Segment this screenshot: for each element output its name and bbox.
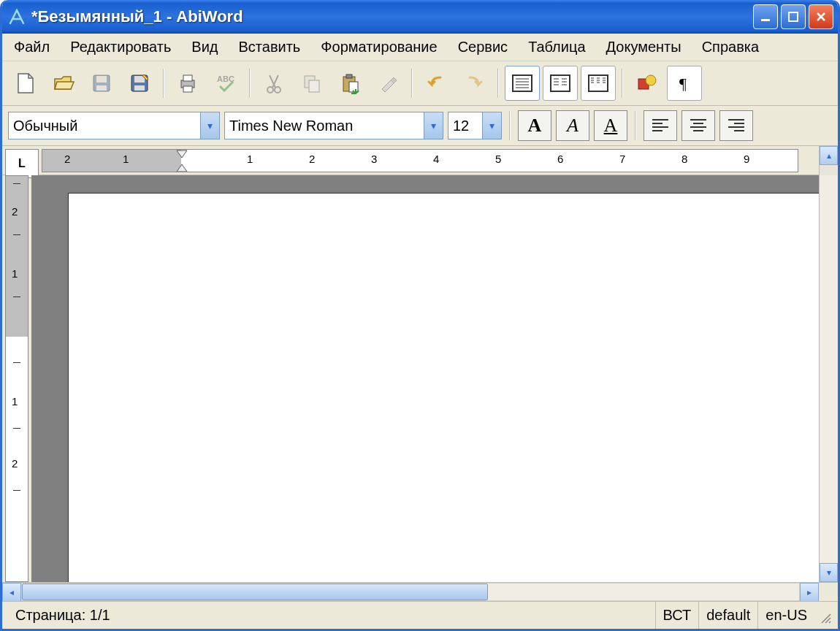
save-as-button[interactable] <box>122 66 157 101</box>
status-page: Страница: 1/1 <box>8 602 655 629</box>
spellcheck-button[interactable]: ABC <box>208 66 243 101</box>
scroll-up-button[interactable]: ▴ <box>820 146 838 165</box>
svg-rect-15 <box>309 80 319 92</box>
ruler-tick: 2 <box>12 205 18 218</box>
redo-button[interactable] <box>457 66 492 101</box>
menu-format[interactable]: Форматирование <box>315 36 443 58</box>
resize-grip[interactable] <box>814 607 832 624</box>
close-button[interactable] <box>809 4 833 29</box>
dropdown-arrow-icon[interactable]: ▾ <box>424 112 443 139</box>
scroll-thumb[interactable] <box>22 584 488 600</box>
svg-point-13 <box>275 87 280 93</box>
ruler-tick: 2 <box>309 153 315 165</box>
style-value: Обычный <box>13 118 77 134</box>
svg-rect-17 <box>346 74 352 78</box>
toolbar-separator <box>497 69 499 98</box>
svg-rect-1 <box>789 12 798 21</box>
standard-toolbar: ABC <box>2 61 838 106</box>
italic-button[interactable]: A <box>556 110 589 141</box>
svg-rect-4 <box>96 85 107 91</box>
dropdown-arrow-icon[interactable]: ▾ <box>482 112 501 139</box>
ruler-tick: 6 <box>557 153 563 165</box>
vertical-ruler[interactable]: 2 1 1 2 <box>5 175 28 582</box>
svg-point-42 <box>646 75 656 85</box>
font-size-combo[interactable]: 12 ▾ <box>448 112 502 139</box>
ruler-tick: 1 <box>123 153 129 165</box>
undo-button[interactable] <box>419 66 454 101</box>
formatting-toolbar: Обычный ▾ Times New Roman ▾ 12 ▾ A A A <box>2 106 838 146</box>
svg-rect-19 <box>513 75 532 91</box>
bold-button[interactable]: A <box>518 110 551 141</box>
scroll-down-button[interactable]: ▾ <box>820 563 838 582</box>
zoom-width-button[interactable] <box>505 66 540 101</box>
menu-tools[interactable]: Сервис <box>452 36 514 58</box>
copy-button[interactable] <box>294 66 329 101</box>
scroll-left-button[interactable]: ◂ <box>2 583 21 601</box>
paste-button[interactable] <box>332 66 367 101</box>
ruler-tick: 4 <box>433 153 439 165</box>
new-button[interactable] <box>8 66 43 101</box>
first-line-indent-marker[interactable] <box>175 149 188 159</box>
left-indent-marker[interactable] <box>175 163 188 172</box>
style-combo[interactable]: Обычный ▾ <box>8 112 220 139</box>
status-language[interactable]: en-US <box>757 602 814 629</box>
titlebar[interactable]: *Безымянный_1 - AbiWord <box>2 0 838 34</box>
align-left-button[interactable] <box>644 110 677 141</box>
ruler-tick: 5 <box>495 153 501 165</box>
ruler-tick: 2 <box>64 153 70 165</box>
horizontal-ruler[interactable]: 2 1 1 2 3 4 5 6 7 8 9 10 <box>42 149 798 172</box>
svg-marker-56 <box>177 150 187 158</box>
toolbar-separator <box>411 69 413 98</box>
toolbar-separator <box>622 69 623 98</box>
dropdown-arrow-icon[interactable]: ▾ <box>200 112 219 139</box>
paragraph-marks-button[interactable]: ¶ <box>667 66 702 101</box>
scroll-right-button[interactable]: ▸ <box>800 583 819 601</box>
print-button[interactable] <box>170 66 205 101</box>
ruler-tick: 1 <box>247 153 253 165</box>
menu-edit[interactable]: Редактировать <box>64 36 177 58</box>
menu-table[interactable]: Таблица <box>522 36 591 58</box>
menu-help[interactable]: Справка <box>696 36 765 58</box>
vertical-scrollbar[interactable]: ▾ <box>819 175 838 582</box>
menu-view[interactable]: Вид <box>186 36 224 58</box>
shapes-button[interactable] <box>629 66 664 101</box>
underline-button[interactable]: A <box>594 110 627 141</box>
ruler-tick: 9 <box>744 153 749 165</box>
ruler-tick: 8 <box>681 153 687 165</box>
open-button[interactable] <box>46 66 81 101</box>
toolbar-separator <box>635 111 636 140</box>
minimize-button[interactable] <box>753 4 778 29</box>
save-button[interactable] <box>84 66 119 101</box>
menu-documents[interactable]: Документы <box>600 36 687 58</box>
ruler-tick: 1 <box>12 395 18 408</box>
svg-rect-31 <box>589 75 608 91</box>
status-insert-mode[interactable]: ВСТ <box>655 602 699 629</box>
toolbar-separator <box>509 111 511 140</box>
ruler-tick: 1 <box>12 267 18 280</box>
align-right-button[interactable] <box>719 110 753 141</box>
maximize-button[interactable] <box>781 4 806 29</box>
svg-marker-57 <box>177 164 187 172</box>
font-size-value: 12 <box>453 118 469 134</box>
window-title: *Безымянный_1 - AbiWord <box>31 7 243 26</box>
align-center-button[interactable] <box>681 110 715 141</box>
zoom-multipage-button[interactable] <box>581 66 616 101</box>
svg-point-12 <box>267 87 273 93</box>
cut-button[interactable] <box>256 66 291 101</box>
status-style: default <box>698 602 757 629</box>
svg-text:¶: ¶ <box>679 74 687 92</box>
page[interactable] <box>68 193 819 582</box>
format-painter-button[interactable] <box>370 66 405 101</box>
menu-file[interactable]: Файл <box>8 36 56 58</box>
app-icon <box>8 8 26 26</box>
svg-rect-7 <box>134 85 145 91</box>
font-value: Times New Roman <box>229 118 353 134</box>
toolbar-separator <box>249 69 251 98</box>
menu-insert[interactable]: Вставить <box>233 36 307 58</box>
horizontal-scrollbar[interactable] <box>21 583 800 601</box>
document-area[interactable] <box>31 175 819 582</box>
font-combo[interactable]: Times New Roman ▾ <box>224 112 443 139</box>
tab-stop-glyph: L <box>18 157 26 170</box>
tab-stop-selector[interactable]: L <box>5 149 39 178</box>
zoom-page-button[interactable] <box>543 66 578 101</box>
